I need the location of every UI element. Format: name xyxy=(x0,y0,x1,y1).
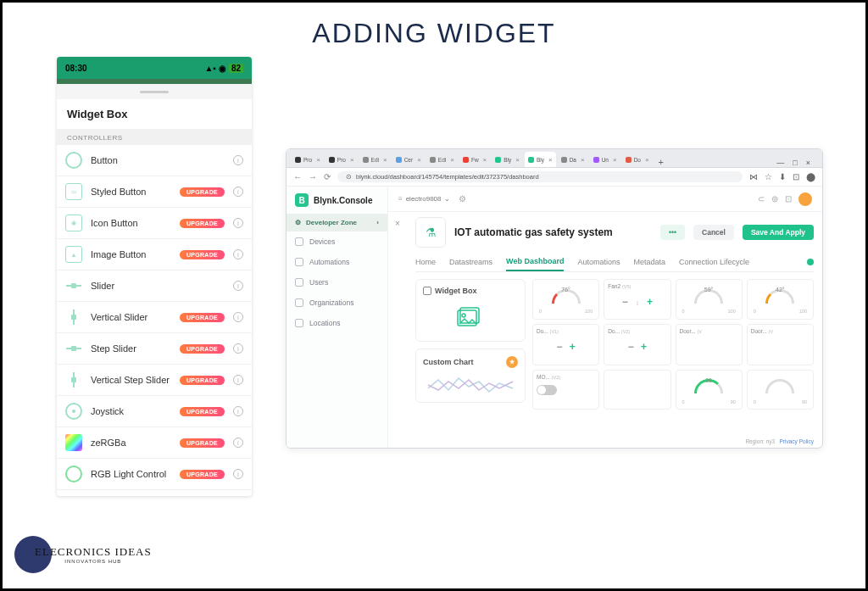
close-icon[interactable]: × xyxy=(613,156,617,164)
drawer-grabber[interactable] xyxy=(57,84,252,99)
browser-tab[interactable]: Cer× xyxy=(392,152,425,167)
close-icon[interactable]: × xyxy=(417,156,421,164)
url-input[interactable]: ⊙blynk.cloud/dashboard/145754/templates/… xyxy=(337,171,743,182)
minus-icon[interactable]: − xyxy=(557,341,563,353)
list-item[interactable]: Vertical Step SliderUPGRADEi xyxy=(57,365,252,396)
gear-icon[interactable]: ⚙ xyxy=(459,194,466,204)
forward-icon[interactable]: → xyxy=(309,172,317,181)
browser-tab[interactable]: Pro× xyxy=(326,152,358,167)
list-item[interactable]: ▲Image ButtonUPGRADEi xyxy=(57,239,252,270)
tab-connection-lifecycle[interactable]: Connection Lifecycle xyxy=(679,254,749,270)
browser-tab[interactable]: Edi× xyxy=(359,152,391,167)
upgrade-badge[interactable]: UPGRADE xyxy=(180,250,225,259)
list-item[interactable]: zeRGBaUPGRADEi xyxy=(57,427,252,459)
tab-datastreams[interactable]: Datastreams xyxy=(449,254,492,270)
close-icon[interactable]: × xyxy=(350,156,354,164)
gauge-widget[interactable]: 42°0100 xyxy=(747,279,814,320)
back-icon[interactable]: ← xyxy=(293,172,302,181)
blank-widget[interactable] xyxy=(604,370,670,410)
panel-close-button[interactable]: × xyxy=(388,212,407,448)
browser-tab[interactable]: Bly× xyxy=(492,152,523,167)
nav-automations[interactable]: Automations xyxy=(287,252,387,272)
list-item[interactable]: RGB Light ControlUPGRADEi xyxy=(57,459,252,490)
app-logo[interactable]: BBlynk.Console xyxy=(287,187,387,214)
browser-tab[interactable]: Un× xyxy=(590,152,620,167)
close-icon[interactable]: × xyxy=(316,156,320,164)
user-avatar[interactable] xyxy=(798,192,812,206)
close-icon[interactable]: × xyxy=(581,156,585,164)
info-icon[interactable]: i xyxy=(233,218,243,228)
upgrade-badge[interactable]: UPGRADE xyxy=(180,470,225,479)
list-item[interactable]: Buttoni xyxy=(57,145,252,176)
close-icon[interactable]: × xyxy=(548,156,553,164)
info-icon[interactable]: i xyxy=(233,312,243,322)
door-widget[interactable]: Door... (V xyxy=(676,324,743,365)
share-icon[interactable]: ⋈ xyxy=(749,172,758,181)
tab-automations[interactable]: Automations xyxy=(577,254,620,270)
info-icon[interactable]: i xyxy=(233,469,243,479)
info-icon[interactable]: i xyxy=(233,187,243,197)
download-icon[interactable]: ⬇ xyxy=(779,172,786,181)
list-item[interactable]: ◉Icon ButtonUPGRADEi xyxy=(57,208,252,239)
browser-tab[interactable]: Do× xyxy=(622,152,653,167)
tab-web-dashboard[interactable]: Web Dashboard xyxy=(506,253,564,271)
browser-tab[interactable]: Pro× xyxy=(292,152,324,167)
close-icon[interactable]: × xyxy=(645,156,649,164)
list-item[interactable]: JoystickUPGRADEi xyxy=(57,396,252,427)
tab-home[interactable]: Home xyxy=(415,254,436,270)
list-item[interactable]: Slideri xyxy=(57,270,252,302)
list-item[interactable]: ▭Styled ButtonUPGRADEi xyxy=(57,176,252,208)
more-button[interactable]: ••• xyxy=(660,225,685,240)
browser-tab[interactable]: Fw× xyxy=(459,152,490,167)
list-item[interactable]: Step HUPGRADE xyxy=(57,490,252,496)
list-item[interactable]: Step SliderUPGRADEi xyxy=(57,333,252,365)
plus-icon[interactable]: + xyxy=(570,341,576,353)
browser-tab[interactable]: Da× xyxy=(558,152,588,167)
close-icon[interactable]: × xyxy=(450,156,454,164)
minimize-icon[interactable]: — xyxy=(776,159,784,167)
privacy-link[interactable]: Privacy Policy xyxy=(780,438,814,444)
cart-icon[interactable]: ⊡ xyxy=(785,194,792,204)
info-icon[interactable]: i xyxy=(233,343,243,354)
gauge-widget[interactable]: 090 xyxy=(747,370,814,410)
upgrade-badge[interactable]: UPGRADE xyxy=(180,376,225,385)
upgrade-badge[interactable]: UPGRADE xyxy=(180,438,225,448)
toggle-switch[interactable] xyxy=(537,385,557,395)
cancel-button[interactable]: Cancel xyxy=(693,225,734,240)
star-icon[interactable]: ☆ xyxy=(765,172,772,181)
stepper-widget[interactable]: Do... (V1)−+ xyxy=(532,324,599,365)
gauge-widget[interactable]: 59°0100 xyxy=(676,279,743,320)
device-selector[interactable]: ≡electro9808⌄ xyxy=(398,195,450,203)
plus-icon[interactable]: + xyxy=(641,341,647,353)
close-icon[interactable]: × xyxy=(483,156,487,164)
list-item[interactable]: Vertical SliderUPGRADEi xyxy=(57,302,252,333)
upgrade-badge[interactable]: UPGRADE xyxy=(180,187,225,197)
widget-box-card[interactable]: Widget Box xyxy=(415,279,526,342)
reload-icon[interactable]: ⟳ xyxy=(324,172,331,181)
nav-organizations[interactable]: Organizations xyxy=(287,293,387,313)
save-button[interactable]: Save And Apply xyxy=(743,225,814,240)
browser-tab-active[interactable]: Bly× xyxy=(525,152,556,167)
info-icon[interactable]: i xyxy=(233,438,243,448)
info-icon[interactable]: i xyxy=(233,375,243,385)
info-icon[interactable]: i xyxy=(233,155,243,165)
new-tab-button[interactable]: + xyxy=(654,157,668,167)
browser-tab[interactable]: Edi× xyxy=(426,152,458,167)
nav-devices[interactable]: Devices xyxy=(287,231,387,252)
custom-chart-card[interactable]: Custom Chart★ xyxy=(415,348,526,403)
maximize-icon[interactable]: □ xyxy=(793,159,797,167)
gauge-widget[interactable]: 76°0100 xyxy=(532,279,599,320)
upgrade-badge[interactable]: UPGRADE xyxy=(180,407,225,416)
nav-locations[interactable]: Locations xyxy=(287,313,387,333)
extensions-icon[interactable]: ⊡ xyxy=(793,172,799,181)
minus-icon[interactable]: − xyxy=(622,296,628,308)
info-icon[interactable]: i xyxy=(233,281,243,291)
tab-metadata[interactable]: Metadata xyxy=(633,254,665,270)
plus-icon[interactable]: + xyxy=(647,296,653,308)
fan-widget[interactable]: Fan2 (V5)−⋮+ xyxy=(604,279,670,320)
nav-users[interactable]: Users xyxy=(287,272,387,293)
developer-zone-button[interactable]: ⚙Developer Zone› xyxy=(287,214,387,231)
upgrade-badge[interactable]: UPGRADE xyxy=(180,313,225,322)
close-icon[interactable]: × xyxy=(383,156,387,164)
info-icon[interactable]: i xyxy=(233,249,243,259)
